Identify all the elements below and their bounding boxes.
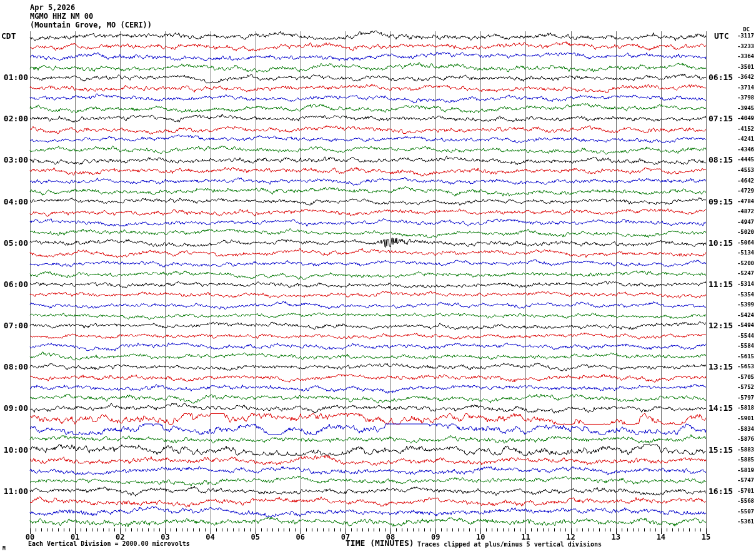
corner-mark: M: [2, 546, 6, 551]
dc-offset-value: -5064: [724, 240, 754, 246]
dc-offset-value: -5507: [724, 509, 754, 515]
cdt-hour-label: 10:00: [0, 446, 28, 454]
dc-offset-value: -5361: [724, 519, 754, 525]
dc-offset-value: -5424: [724, 313, 754, 318]
dc-offset-value: -4729: [724, 188, 754, 194]
helicorder-screen: Apr 5,2026 MGMO HHZ NM 00 (Mountain Grov…: [0, 0, 756, 554]
dc-offset-value: -5615: [724, 354, 754, 360]
cdt-hour-label: 04:00: [0, 198, 28, 206]
dc-offset-value: -5584: [724, 343, 754, 349]
cdt-hour-label: 03:00: [0, 156, 28, 164]
cdt-hour-label: 01:00: [0, 73, 28, 81]
minute-tick-label: 09: [427, 533, 444, 541]
scale-note: Each Vertical Division = 2000.00 microvo…: [28, 541, 190, 547]
dc-offset-value: -5494: [724, 323, 754, 328]
dc-offset-value: -5883: [724, 447, 754, 453]
dc-offset-value: -4642: [724, 178, 754, 184]
dc-offset-value: -4241: [724, 136, 754, 142]
dc-offset-value: -5399: [724, 302, 754, 308]
dc-offset-value: -5885: [724, 457, 754, 463]
dc-offset-value: -5314: [724, 281, 754, 287]
cdt-hour-label: 07:00: [0, 321, 28, 330]
dc-offset-value: -4049: [724, 116, 754, 121]
minute-tick-label: 06: [292, 533, 309, 541]
dc-offset-value: -5134: [724, 250, 754, 256]
minute-tick-label: 12: [563, 533, 579, 541]
cdt-hour-label: 11:00: [0, 487, 28, 495]
minute-tick-label: 10: [472, 533, 489, 541]
x-axis-title: TIME (MINUTES): [346, 539, 414, 547]
cdt-hour-label: 05:00: [0, 239, 28, 247]
dc-offset-value: -5818: [724, 405, 754, 411]
dc-offset-value: -5020: [724, 229, 754, 235]
cdt-hour-label: 08:00: [0, 363, 28, 371]
dc-offset-value: -5876: [724, 436, 754, 442]
dc-offset-value: -4346: [724, 147, 754, 153]
left-timezone-label: CDT: [1, 32, 16, 40]
dc-offset-value: -3642: [724, 74, 754, 80]
dc-offset-value: -3233: [724, 44, 754, 49]
dc-offset-value: -4553: [724, 168, 754, 173]
dc-offset-value: -3501: [724, 64, 754, 70]
dc-offset-value: -4947: [724, 219, 754, 225]
dc-offset-value: -5901: [724, 416, 754, 421]
dc-offset-value: -5747: [724, 478, 754, 483]
header-date: Apr 5,2026: [30, 4, 75, 11]
dc-offset-value: -3714: [724, 85, 754, 91]
dc-offset-value: -3117: [724, 33, 754, 39]
dc-offset-value: -3798: [724, 95, 754, 101]
dc-offset-value: -5752: [724, 385, 754, 390]
helicorder-canvas: [0, 0, 756, 554]
dc-offset-value: -5653: [724, 364, 754, 370]
dc-offset-value: -5797: [724, 395, 754, 401]
cdt-hour-label: 06:00: [0, 280, 28, 288]
dc-offset-value: -4152: [724, 126, 754, 132]
dc-offset-value: -5701: [724, 488, 754, 494]
dc-offset-value: -4872: [724, 209, 754, 214]
dc-offset-value: -5834: [724, 426, 754, 432]
cdt-hour-label: 02:00: [0, 114, 28, 123]
minute-tick-label: 14: [653, 533, 669, 541]
dc-offset-value: -3364: [724, 54, 754, 59]
minute-tick-label: 11: [517, 533, 534, 541]
dc-offset-value: -5544: [724, 333, 754, 339]
minute-tick-label: 13: [608, 533, 624, 541]
dc-offset-value: -3945: [724, 106, 754, 111]
dc-offset-value: -5247: [724, 271, 754, 276]
dc-offset-value: -5354: [724, 292, 754, 298]
minute-tick-label: 04: [202, 533, 219, 541]
header-station: MGMO HHZ NM 00: [30, 13, 93, 20]
minute-tick-label: 05: [247, 533, 264, 541]
dc-offset-value: -4445: [724, 157, 754, 163]
cdt-hour-label: 09:00: [0, 404, 28, 412]
minute-tick-label: 15: [698, 533, 714, 541]
dc-offset-value: -5568: [724, 498, 754, 504]
clip-note: Traces clipped at plus/minus 5 vertical …: [417, 541, 602, 548]
dc-column-header: DC: [724, 27, 750, 33]
header-location: (Mountain Grove, MO (CERI)): [30, 21, 152, 29]
dc-offset-value: -4784: [724, 199, 754, 204]
dc-offset-value: -5705: [724, 375, 754, 380]
dc-offset-value: -5200: [724, 261, 754, 266]
dc-offset-value: -5819: [724, 468, 754, 473]
